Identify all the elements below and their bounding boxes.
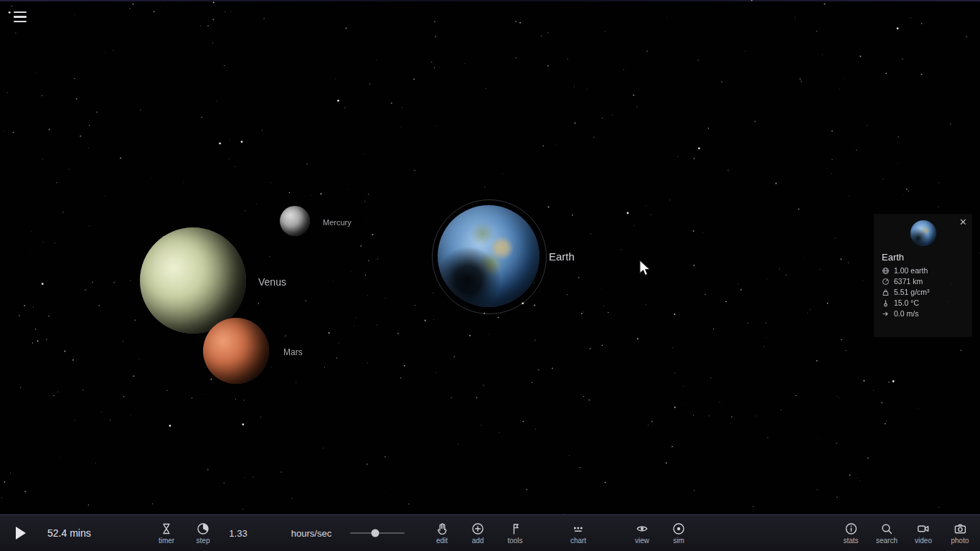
photo-camera-icon (953, 522, 967, 536)
planet-label-venus[interactable]: Venus (258, 276, 286, 288)
info-icon (844, 522, 858, 536)
top-accent-line (0, 0, 980, 1)
mass-icon (882, 267, 890, 275)
radius-icon (882, 278, 890, 286)
hand-edit-icon (435, 522, 449, 536)
property-value: 1.00 earth (894, 266, 928, 275)
add-label: add (472, 537, 484, 545)
time-rate-slider[interactable] (350, 515, 405, 551)
sim-label: sim (673, 537, 684, 545)
edit-label: edit (436, 537, 448, 545)
stats-label: stats (843, 537, 858, 545)
planet-label-mercury[interactable]: Mercury (323, 218, 352, 227)
menu-icon[interactable] (14, 11, 27, 22)
property-row-velocity: 0.0 m/s (882, 309, 964, 318)
density-icon (882, 288, 890, 296)
video-label: video (915, 537, 932, 545)
tools-button[interactable]: tools (507, 515, 522, 551)
temperature-icon (882, 299, 890, 307)
velocity-icon (882, 310, 890, 318)
chart-dots-icon (571, 522, 585, 536)
view-button[interactable]: view (635, 515, 649, 551)
add-button[interactable]: add (471, 515, 485, 551)
property-row-temperature: 15.0 °C (882, 298, 964, 307)
bottom-toolbar: 52.4 mins timer step 1.33 hours/sec edit… (0, 514, 980, 551)
sim-button[interactable]: sim (672, 515, 686, 551)
video-camera-icon (916, 522, 930, 536)
space-viewport[interactable]: Mercury Venus Mars Earth (0, 0, 980, 551)
view-label: view (635, 537, 649, 545)
search-button[interactable]: search (876, 515, 897, 551)
chart-label: chart (570, 537, 586, 545)
search-label: search (876, 537, 897, 545)
planet-earth[interactable] (438, 205, 540, 307)
sim-target-icon (672, 522, 686, 536)
step-button[interactable]: step (196, 515, 210, 551)
planet-label-earth[interactable]: Earth (549, 250, 575, 263)
time-rate-value[interactable]: 1.33 (229, 515, 247, 551)
photo-button[interactable]: photo (951, 515, 969, 551)
stats-button[interactable]: stats (843, 515, 858, 551)
timer-label: timer (159, 537, 174, 545)
step-label: step (197, 537, 210, 545)
step-icon (196, 522, 210, 536)
property-row-density: 5.51 g/cm³ (882, 288, 964, 296)
planet-mercury[interactable] (280, 206, 310, 236)
mouse-cursor-icon (639, 260, 654, 280)
eye-icon (635, 522, 649, 536)
video-button[interactable]: video (915, 515, 932, 551)
property-row-radius: 6371 km (882, 277, 964, 286)
close-icon[interactable]: ✕ (959, 217, 967, 227)
chart-button[interactable]: chart (570, 515, 586, 551)
timer-button[interactable]: timer (159, 515, 174, 551)
planet-label-mars[interactable]: Mars (283, 347, 303, 357)
info-panel-title: Earth (882, 252, 964, 263)
slider-track[interactable] (350, 532, 405, 534)
add-icon (471, 522, 485, 536)
body-info-panel: ✕ Earth 1.00 earth 6371 km 5.51 g/cm³ 15… (874, 214, 972, 337)
property-value: 6371 km (894, 277, 923, 286)
edit-button[interactable]: edit (435, 515, 449, 551)
elapsed-time[interactable]: 52.4 mins (47, 515, 91, 551)
play-button[interactable] (16, 527, 26, 540)
photo-label: photo (951, 537, 969, 545)
timer-icon (159, 522, 174, 536)
property-value: 0.0 m/s (894, 309, 918, 318)
search-icon (880, 522, 894, 536)
tools-label: tools (507, 537, 522, 545)
tools-flag-icon (508, 522, 522, 536)
property-value: 15.0 °C (894, 298, 919, 307)
property-row-mass: 1.00 earth (882, 266, 964, 275)
property-value: 5.51 g/cm³ (894, 288, 930, 296)
slider-handle[interactable] (371, 529, 379, 537)
earth-thumbnail (910, 220, 936, 246)
time-rate-unit[interactable]: hours/sec (291, 515, 331, 551)
planet-mars[interactable] (203, 318, 269, 384)
